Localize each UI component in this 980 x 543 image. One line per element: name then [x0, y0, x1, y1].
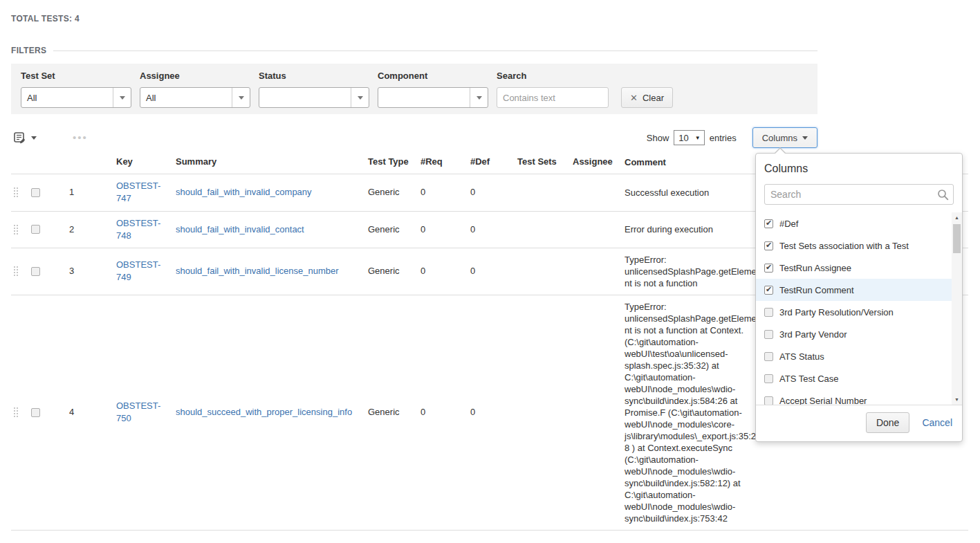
- column-checkbox[interactable]: [764, 264, 773, 273]
- panel-scrollbar[interactable]: ▲ ▼: [952, 212, 962, 405]
- header-req[interactable]: #Req: [409, 150, 459, 174]
- assignee-cell: [562, 224, 613, 235]
- test-summary-link[interactable]: should_fail_with_invalid_contact: [176, 223, 357, 236]
- test-summary-link[interactable]: should_succeed_with_proper_licensing_inf…: [176, 406, 357, 418]
- filter-select-caret-button[interactable]: [232, 88, 250, 107]
- done-button[interactable]: Done: [866, 412, 909, 433]
- test-summary-link[interactable]: should_fail_with_invalid_company: [176, 186, 357, 199]
- test-key-link[interactable]: OBSTEST-747: [116, 180, 165, 205]
- summary-cell: should_succeed_with_proper_licensing_inf…: [165, 401, 357, 424]
- column-checkbox[interactable]: [764, 241, 773, 250]
- drag-handle-icon[interactable]: [12, 186, 19, 199]
- drag-handle-icon[interactable]: [12, 265, 19, 277]
- header-summary[interactable]: Summary: [165, 150, 357, 174]
- toolbar-left: •••: [11, 129, 88, 147]
- key-cell: OBSTEST-750: [105, 394, 165, 430]
- def-count-cell: 0: [459, 401, 506, 424]
- test-sets-cell: [506, 407, 562, 418]
- columns-search: [764, 184, 954, 205]
- column-option[interactable]: TestRun Assignee: [756, 257, 952, 279]
- columns-panel: Columns #Def Test Sets association with …: [755, 153, 963, 442]
- page-content: TOTAL TESTS: 4 FILTERS Test Set All Assi…: [11, 0, 817, 149]
- scroll-thumb[interactable]: [953, 224, 961, 253]
- header-test-sets[interactable]: Test Sets: [506, 150, 562, 174]
- header-def[interactable]: #Def: [459, 150, 506, 174]
- more-actions-button[interactable]: •••: [73, 134, 88, 141]
- column-checkbox[interactable]: [764, 286, 773, 295]
- column-checkbox[interactable]: [764, 352, 773, 361]
- column-option[interactable]: 3rd Party Vendor: [756, 323, 952, 345]
- column-option-label: 3rd Party Vendor: [779, 329, 847, 340]
- chevron-down-icon: [477, 96, 482, 100]
- column-option[interactable]: 3rd Party Resolution/Version: [756, 301, 952, 323]
- column-option[interactable]: TestRun Comment: [756, 279, 952, 301]
- filter-select-value: [259, 88, 351, 107]
- scroll-down-icon[interactable]: ▼: [952, 394, 962, 405]
- column-option-label: ATS Status: [779, 351, 824, 362]
- test-summary-link[interactable]: should_fail_with_invalid_license_number: [176, 265, 357, 277]
- chevron-down-icon: [120, 96, 125, 100]
- filter-field-label: Assignee: [140, 71, 259, 82]
- row-rank: 2: [46, 218, 105, 241]
- column-option-label: 3rd Party Resolution/Version: [779, 307, 894, 317]
- def-count-cell: 0: [459, 259, 506, 283]
- filter-field-label: Component: [378, 71, 497, 82]
- columns-panel-footer: Done Cancel: [756, 405, 962, 441]
- header-key[interactable]: Key: [105, 150, 165, 174]
- column-option[interactable]: Accept Serial Number: [756, 389, 952, 405]
- column-checkbox[interactable]: [764, 396, 773, 405]
- filter-select-caret-button[interactable]: [470, 88, 488, 107]
- row-checkbox[interactable]: [31, 225, 40, 234]
- test-type-cell: Generic: [357, 401, 409, 424]
- header-drag-spacer: [11, 156, 25, 167]
- filter-field-label: Test Set: [21, 71, 140, 82]
- test-key-link[interactable]: OBSTEST-748: [116, 217, 165, 242]
- filter-select[interactable]: [259, 87, 369, 108]
- filter-select[interactable]: All: [21, 87, 131, 108]
- bulk-edit-button[interactable]: [11, 129, 39, 147]
- filter-select[interactable]: All: [140, 87, 250, 108]
- filter-field: Test Set All: [21, 71, 140, 108]
- header-test-type[interactable]: Test Type: [357, 150, 409, 174]
- row-checkbox[interactable]: [31, 408, 40, 417]
- document-edit-icon: [14, 132, 26, 144]
- column-option-label: Test Sets association with a Test: [779, 241, 909, 251]
- column-option[interactable]: Test Sets association with a Test: [756, 234, 952, 257]
- column-option[interactable]: #Def: [756, 212, 952, 234]
- key-cell: OBSTEST-747: [105, 174, 165, 210]
- search-field-label: Search: [497, 71, 616, 82]
- column-option-label: TestRun Comment: [779, 285, 854, 295]
- columns-button[interactable]: Columns: [752, 127, 817, 148]
- clear-button-label: Clear: [642, 93, 664, 103]
- scroll-up-icon[interactable]: ▲: [952, 212, 962, 223]
- columns-button-label: Columns: [762, 133, 797, 143]
- column-checkbox[interactable]: [764, 374, 773, 383]
- test-key-link[interactable]: OBSTEST-750: [116, 400, 165, 425]
- row-checkbox[interactable]: [31, 188, 40, 197]
- column-checkbox[interactable]: [764, 330, 773, 339]
- test-repository-page: { "page": { "total_tests": "TOTAL TESTS:…: [0, 0, 980, 543]
- drag-handle-icon[interactable]: [12, 223, 19, 236]
- column-option[interactable]: ATS Status: [756, 345, 952, 367]
- drag-handle-icon[interactable]: [12, 406, 19, 418]
- columns-panel-title: Columns: [764, 163, 954, 175]
- columns-search-input[interactable]: [764, 184, 954, 205]
- search-input[interactable]: [497, 87, 609, 108]
- checkbox-cell: [25, 261, 46, 282]
- row-checkbox[interactable]: [31, 267, 40, 276]
- filter-select[interactable]: [378, 87, 488, 108]
- clear-filters-button[interactable]: ✕ Clear: [621, 87, 673, 108]
- column-checkbox[interactable]: [764, 308, 773, 317]
- filters-divider: [53, 50, 817, 51]
- column-option[interactable]: ATS Test Case: [756, 367, 952, 389]
- filter-select-caret-button[interactable]: [351, 88, 369, 107]
- page-size-select[interactable]: 10 ▼: [674, 130, 704, 145]
- column-checkbox[interactable]: [764, 219, 773, 228]
- header-comment[interactable]: Comment: [613, 151, 761, 174]
- test-key-link[interactable]: OBSTEST-749: [116, 259, 165, 284]
- test-sets-cell: [506, 187, 562, 198]
- header-assignee[interactable]: Assignee: [562, 150, 613, 174]
- filter-select-caret-button[interactable]: [113, 88, 131, 107]
- cancel-link[interactable]: Cancel: [922, 417, 952, 428]
- comment-cell: TypeError: unlicensedSplashPage.getEleme…: [613, 295, 761, 530]
